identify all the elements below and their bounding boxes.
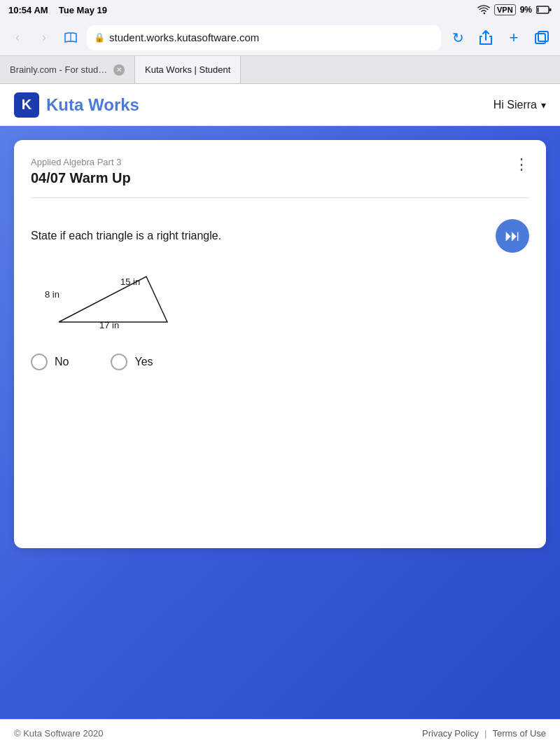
more-options-button[interactable]: ⋮ [514, 157, 529, 172]
logo-text: Kuta Works [46, 95, 139, 115]
radio-no[interactable] [31, 354, 48, 370]
address-bar[interactable]: 🔒 student.works.kutasoftware.com [87, 25, 441, 50]
share-icon [479, 30, 493, 46]
reload-button[interactable]: ↻ [447, 27, 469, 49]
assignment-title: 04/07 Warm Up [31, 170, 131, 186]
status-time: 10:54 AM [8, 5, 48, 15]
tabs-button[interactable] [531, 27, 553, 49]
tabs-icon [535, 31, 549, 45]
svg-rect-1 [550, 8, 552, 11]
triangle-diagram: 8 in 15 in 17 in [45, 270, 185, 333]
battery-label: 9% [520, 5, 532, 15]
footer-links: Privacy Policy | Terms of Use [422, 728, 546, 739]
question-area: State if each triangle is a right triang… [31, 212, 529, 531]
add-tab-button[interactable]: + [503, 27, 525, 49]
tab-kuta-label: Kuta Works | Student [145, 64, 230, 75]
question-text: State if each triangle is a right triang… [31, 230, 221, 242]
browser-toolbar: ‹ › 🔒 student.works.kutasoftware.com ↻ + [0, 20, 560, 56]
main-content: Applied Algebra Part 3 04/07 Warm Up ⋮ S… [0, 126, 560, 719]
tab-close-button[interactable]: ✕ [113, 64, 125, 76]
terms-of-use-link[interactable]: Terms of Use [492, 728, 546, 739]
assignment-info: Applied Algebra Part 3 04/07 Warm Up [31, 157, 131, 186]
logo-kuta: Kuta [46, 95, 83, 114]
option-yes-label: Yes [134, 356, 153, 368]
reader-button[interactable] [60, 27, 81, 48]
tab-brainly-label: Brainly.com - For students. By students. [10, 64, 108, 75]
side-bottom-label: 17 in [99, 320, 119, 330]
tab-brainly[interactable]: Brainly.com - For students. By students.… [0, 56, 135, 83]
footer: © Kuta Software 2020 Privacy Policy | Te… [0, 719, 560, 747]
logo-letter: K [22, 97, 31, 113]
app-header: K Kuta Works Hi Sierra ▾ [0, 84, 560, 126]
spacer [31, 370, 529, 524]
logo: K Kuta Works [14, 92, 139, 118]
forward-button[interactable]: › [34, 27, 55, 48]
copyright-text: © Kuta Software 2020 [14, 728, 103, 739]
tab-kuta[interactable]: Kuta Works | Student [135, 56, 241, 83]
lock-icon: 🔒 [94, 32, 105, 43]
share-button[interactable] [475, 27, 497, 49]
vpn-label: VPN [494, 4, 516, 15]
side-left-label: 8 in [45, 289, 59, 300]
status-bar-left: 10:54 AM Tue May 19 [8, 5, 107, 15]
url-text: student.works.kutasoftware.com [109, 32, 259, 43]
play-button[interactable]: ⏭ [496, 219, 529, 253]
play-icon: ⏭ [505, 227, 520, 245]
logo-works: Works [88, 95, 139, 114]
chevron-down-icon: ▾ [541, 99, 546, 111]
logo-k-icon: K [14, 92, 39, 118]
status-bar: 10:54 AM Tue May 19 VPN 9% [0, 0, 560, 20]
plus-icon: + [510, 29, 519, 47]
privacy-policy-link[interactable]: Privacy Policy [422, 728, 479, 739]
svg-rect-2 [538, 8, 539, 13]
reload-icon: ↻ [452, 29, 464, 46]
wifi-icon [477, 5, 490, 15]
battery-icon [536, 6, 552, 14]
assignment-header: Applied Algebra Part 3 04/07 Warm Up ⋮ [31, 157, 529, 198]
assignment-card: Applied Algebra Part 3 04/07 Warm Up ⋮ S… [14, 140, 546, 548]
options-row: No Yes [31, 354, 529, 370]
assignment-course: Applied Algebra Part 3 [31, 157, 131, 167]
status-bar-right: VPN 9% [477, 4, 552, 15]
back-button[interactable]: ‹ [7, 27, 28, 48]
side-right-label: 15 in [120, 277, 140, 287]
book-icon [64, 32, 78, 43]
greeting-text: Hi Sierra [493, 99, 537, 111]
option-yes[interactable]: Yes [111, 354, 153, 370]
tab-bar: Brainly.com - For students. By students.… [0, 56, 560, 84]
question-header: State if each triangle is a right triang… [31, 219, 529, 253]
option-no[interactable]: No [31, 354, 69, 370]
svg-marker-6 [59, 277, 167, 322]
status-date: Tue May 19 [59, 5, 107, 15]
user-menu[interactable]: Hi Sierra ▾ [493, 99, 546, 111]
footer-divider: | [484, 728, 486, 739]
radio-yes[interactable] [111, 354, 127, 370]
option-no-label: No [55, 356, 69, 368]
